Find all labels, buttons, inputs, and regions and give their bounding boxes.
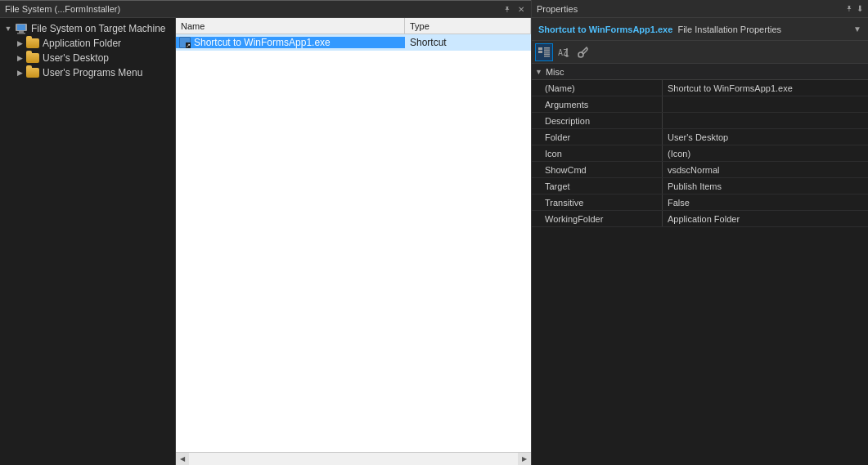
object-subtitle: File Installation Properties <box>677 25 781 34</box>
tree-item-root[interactable]: ▼ File System on Target Machine <box>0 21 175 36</box>
toolbar-alpha-btn[interactable]: AZ <box>555 43 573 61</box>
scroll-left-btn[interactable]: ◀ <box>176 453 189 466</box>
alphabetical-icon: AZ <box>557 47 570 58</box>
left-panel: File System (...FormInstaller) 🖈 ✕ ▼ <box>0 0 532 465</box>
svg-rect-5 <box>538 51 542 53</box>
svg-rect-10 <box>544 56 550 57</box>
section-label-misc: Misc <box>546 67 564 77</box>
file-list-body: Shortcut to WinFormsApp1.exe Shortcut <box>176 34 531 452</box>
svg-rect-4 <box>538 47 542 50</box>
prop-value-showcmd: vsdscNormal <box>663 162 868 177</box>
header-name: Name <box>176 18 405 34</box>
svg-rect-2 <box>19 31 24 33</box>
prop-name-name: (Name) <box>532 80 663 96</box>
prop-name-description: Description <box>532 113 663 128</box>
prop-value-icon: (Icon) <box>663 145 868 161</box>
tree-item-application-folder[interactable]: ▶ Application Folder <box>0 36 175 51</box>
toolbar-categorized-btn[interactable] <box>535 43 553 61</box>
computer-icon <box>15 23 28 34</box>
folder-icon-desktop <box>26 53 39 63</box>
file-list-header: Name Type <box>176 18 531 34</box>
toolbar-wrench-btn[interactable] <box>574 43 592 61</box>
file-name-label: Shortcut to WinFormsApp1.exe <box>194 37 331 48</box>
tree-label-app-folder: Application Folder <box>43 38 121 49</box>
properties-grid: ▼ Misc (Name) Shortcut to WinFormsApp1.e… <box>532 64 868 465</box>
tree-toggle-root: ▼ <box>3 24 13 34</box>
prop-arrow-btn[interactable]: ⬇ <box>857 4 863 13</box>
prop-row-workingfolder[interactable]: WorkingFolder Application Folder <box>532 211 868 227</box>
panel-controls: 🖈 ✕ <box>501 5 526 14</box>
prop-row-icon[interactable]: Icon (Icon) <box>532 145 868 162</box>
tree-label-desktop: User's Desktop <box>43 52 109 64</box>
properties-controls: 🖈 ⬇ <box>845 4 863 13</box>
tree-panel: ▼ File System on Target Machine ▶ Applic… <box>0 18 176 465</box>
svg-rect-8 <box>544 51 550 53</box>
prop-row-showcmd[interactable]: ShowCmd vsdscNormal <box>532 162 868 178</box>
prop-section-misc[interactable]: ▼ Misc <box>532 64 868 80</box>
prop-value-folder: User's Desktop <box>663 129 868 145</box>
prop-value-transitive: False <box>663 194 868 210</box>
svg-rect-3 <box>17 33 25 34</box>
object-name-highlight: Shortcut to WinFormsApp1.exe <box>538 25 672 34</box>
properties-panel: Properties 🖈 ⬇ Shortcut to WinFormsApp1.… <box>532 0 868 465</box>
prop-name-icon: Icon <box>532 145 663 161</box>
prop-dropdown-btn[interactable]: ▼ <box>853 25 861 34</box>
prop-value-arguments <box>663 96 868 112</box>
folder-icon-app <box>26 38 39 48</box>
close-button[interactable]: ✕ <box>516 5 526 14</box>
pin-button[interactable]: 🖈 <box>501 5 513 14</box>
section-toggle-misc: ▼ <box>535 68 542 76</box>
left-content: ▼ File System on Target Machine ▶ Applic… <box>0 18 531 465</box>
file-item-name-shortcut: Shortcut to WinFormsApp1.exe <box>176 37 405 48</box>
svg-rect-7 <box>544 49 550 51</box>
header-type: Type <box>405 18 531 34</box>
scroll-track <box>189 453 518 465</box>
prop-row-name[interactable]: (Name) Shortcut to WinFormsApp1.exe <box>532 80 868 96</box>
svg-rect-9 <box>544 53 550 55</box>
prop-row-description[interactable]: Description <box>532 113 868 129</box>
prop-name-showcmd: ShowCmd <box>532 162 663 177</box>
file-system-titlebar: File System (...FormInstaller) 🖈 ✕ <box>0 0 531 18</box>
svg-rect-6 <box>544 47 550 49</box>
category-icon <box>537 47 551 58</box>
properties-object-title: Shortcut to WinFormsApp1.exe File Instal… <box>532 18 868 41</box>
prop-value-name: Shortcut to WinFormsApp1.exe <box>663 80 868 96</box>
prop-name-folder: Folder <box>532 129 663 145</box>
properties-title: Properties <box>537 4 578 14</box>
file-item-shortcut[interactable]: Shortcut to WinFormsApp1.exe Shortcut <box>176 34 531 51</box>
properties-object-name: Shortcut to WinFormsApp1.exe File Instal… <box>538 25 781 34</box>
shortcut-file-icon <box>179 37 191 48</box>
prop-row-folder[interactable]: Folder User's Desktop <box>532 129 868 145</box>
tree-toggle-desktop: ▶ <box>15 53 25 63</box>
file-list-panel: Name Type Shortcut to WinFormsApp1.exe S… <box>176 18 531 465</box>
scroll-right-btn[interactable]: ▶ <box>518 453 531 466</box>
prop-name-target: Target <box>532 178 663 194</box>
tree-toggle-programs: ▶ <box>15 68 25 78</box>
wrench-icon <box>577 46 590 59</box>
tree-item-programs-menu[interactable]: ▶ User's Programs Menu <box>0 65 175 80</box>
prop-row-target[interactable]: Target Publish Items <box>532 178 868 194</box>
prop-name-workingfolder: WorkingFolder <box>532 211 663 226</box>
file-system-title: File System (...FormInstaller) <box>5 4 120 14</box>
properties-titlebar: Properties 🖈 ⬇ <box>532 0 868 18</box>
prop-name-transitive: Transitive <box>532 194 663 210</box>
svg-line-15 <box>578 56 579 57</box>
properties-toolbar: AZ <box>532 41 868 64</box>
tree-toggle-app: ▶ <box>15 38 25 48</box>
prop-pin-btn[interactable]: 🖈 <box>845 4 853 13</box>
prop-row-arguments[interactable]: Arguments <box>532 96 868 113</box>
file-item-type-shortcut: Shortcut <box>405 37 531 48</box>
tree-label-programs: User's Programs Menu <box>43 67 142 78</box>
prop-value-target: Publish Items <box>663 178 868 194</box>
prop-value-description <box>663 113 868 128</box>
prop-row-transitive[interactable]: Transitive False <box>532 194 868 211</box>
tree-root-label: File System on Target Machine <box>31 23 166 34</box>
tree-item-users-desktop[interactable]: ▶ User's Desktop <box>0 51 175 65</box>
horizontal-scrollbar[interactable]: ◀ ▶ <box>176 452 531 465</box>
prop-value-workingfolder: Application Folder <box>663 211 868 226</box>
prop-name-arguments: Arguments <box>532 96 663 112</box>
folder-icon-programs <box>26 68 39 78</box>
svg-rect-1 <box>17 25 25 30</box>
